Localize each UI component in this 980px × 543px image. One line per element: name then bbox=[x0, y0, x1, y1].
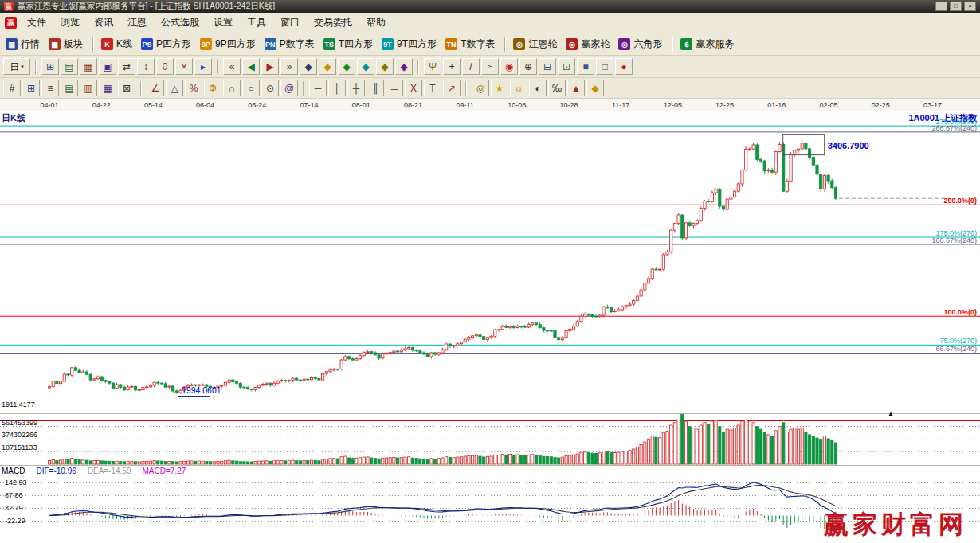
period-day-button[interactable]: 日▾ bbox=[3, 58, 30, 75]
star-tool-icon[interactable]: ★ bbox=[491, 80, 508, 96]
measure-grid-icon[interactable]: # bbox=[3, 80, 21, 96]
winner-service-icon: $ bbox=[680, 38, 692, 50]
macd-axis-label: 32.79 bbox=[5, 504, 23, 512]
gann-fan-icon[interactable]: ∠ bbox=[147, 80, 164, 96]
t-square-button[interactable]: TST四方形 bbox=[321, 36, 378, 53]
menu-browse[interactable]: 浏览 bbox=[53, 13, 87, 33]
menu-trade[interactable]: 交易委托 bbox=[307, 13, 359, 33]
circle-cycle-icon[interactable]: ○ bbox=[242, 80, 260, 96]
trend-line-icon[interactable]: / bbox=[462, 58, 480, 75]
kline-button[interactable]: KK线 bbox=[99, 36, 137, 53]
last-screen-icon[interactable]: » bbox=[280, 58, 298, 75]
date-label: 01-16 bbox=[764, 101, 790, 109]
winner-wheel-button[interactable]: ◎赢家轮 bbox=[563, 36, 614, 53]
chart-area[interactable]: 日K线 1A0001 上证指数 1911.4177 3406.7900 1994… bbox=[0, 111, 980, 543]
menu-help[interactable]: 帮助 bbox=[359, 13, 393, 33]
arc-tool-icon[interactable]: ∩ bbox=[223, 80, 241, 96]
p-square-button[interactable]: PSP四方形 bbox=[139, 36, 196, 53]
spiral-icon[interactable]: @ bbox=[280, 80, 298, 96]
angle-line-icon[interactable]: △ bbox=[166, 80, 183, 96]
menu-tools[interactable]: 工具 bbox=[240, 13, 273, 33]
diamond-tool-icon[interactable]: ◆ bbox=[586, 80, 604, 96]
date-label: 04-22 bbox=[88, 101, 114, 109]
x-line-icon[interactable]: X bbox=[405, 80, 422, 96]
print-icon[interactable]: □ bbox=[596, 58, 613, 75]
gann-wheel-button[interactable]: ◎江恩轮 bbox=[511, 36, 562, 53]
erase-object-icon[interactable]: × bbox=[175, 58, 193, 75]
quote-list-icon[interactable]: ▤ bbox=[61, 58, 78, 75]
chart-canvas[interactable] bbox=[0, 111, 980, 543]
permille-icon[interactable]: ‰ bbox=[548, 80, 566, 96]
quotes-button[interactable]: ▤行情 bbox=[3, 36, 45, 53]
arrow-mark-icon[interactable]: ↗ bbox=[443, 80, 461, 96]
market-cart-icon[interactable]: ● bbox=[615, 58, 633, 75]
toolbar-separator bbox=[504, 37, 506, 52]
cycle-wheel-icon[interactable]: ◎ bbox=[472, 80, 489, 96]
region-select-icon[interactable]: ⊠ bbox=[118, 80, 135, 96]
next-screen-icon[interactable]: ▶ bbox=[261, 58, 279, 75]
price-table-icon[interactable]: ▤ bbox=[61, 80, 78, 96]
zero-restore-icon[interactable]: 0 bbox=[156, 58, 174, 75]
t-number-button[interactable]: TNT数字表 bbox=[443, 36, 500, 53]
gann-square-icon[interactable]: ⊞ bbox=[22, 80, 40, 96]
menu-settings[interactable]: 设置 bbox=[206, 13, 240, 33]
sun-cycle-icon[interactable]: ☼ bbox=[510, 80, 527, 96]
p-number-button[interactable]: PNP数字表 bbox=[262, 36, 319, 53]
moon-phase-icon[interactable]: ◐ bbox=[529, 80, 547, 96]
9t-square-button[interactable]: 9T9T四方形 bbox=[379, 36, 441, 53]
diamond-nav-purple-icon[interactable]: ◆ bbox=[395, 58, 413, 75]
minimize-button[interactable]: ─ bbox=[935, 2, 947, 11]
gann-wheel-icon: ◎ bbox=[513, 38, 525, 50]
axis-scale-icon[interactable]: ↕ bbox=[137, 58, 155, 75]
winner-ring-icon[interactable]: ◉ bbox=[500, 58, 518, 75]
gann-lines-icon[interactable]: ≡ bbox=[41, 80, 59, 96]
horizontal-line-icon[interactable]: ─ bbox=[309, 80, 327, 96]
triangle-tool-icon[interactable]: ▲ bbox=[567, 80, 585, 96]
diamond-nav-teal-icon[interactable]: ◆ bbox=[357, 58, 374, 75]
prev-screen-icon[interactable]: ◀ bbox=[242, 58, 260, 75]
text-note-icon[interactable]: T bbox=[424, 80, 441, 96]
target-rings-icon[interactable]: ⊙ bbox=[261, 80, 279, 96]
menu-gann[interactable]: 江恩 bbox=[120, 13, 154, 33]
menu-window[interactable]: 窗口 bbox=[273, 13, 307, 33]
diamond-nav-green-icon[interactable]: ◆ bbox=[338, 58, 355, 75]
grid-layout-icon[interactable]: ⊞ bbox=[41, 58, 59, 75]
first-screen-icon[interactable]: « bbox=[223, 58, 241, 75]
diamond-nav-dark-icon[interactable]: ◆ bbox=[300, 58, 317, 75]
menu-news[interactable]: 资讯 bbox=[87, 13, 120, 33]
percent-retrace-icon[interactable]: % bbox=[185, 80, 202, 96]
menu-formula-stock[interactable]: 公式选股 bbox=[154, 13, 206, 33]
dense-grid-icon[interactable]: ▦ bbox=[99, 80, 116, 96]
9p-square-button[interactable]: 9P9P四方形 bbox=[198, 36, 261, 53]
close-button[interactable]: × bbox=[964, 2, 976, 11]
cross-line-icon[interactable]: ┼ bbox=[347, 80, 365, 96]
pan-hand-icon[interactable]: Ψ bbox=[424, 58, 441, 75]
snapshot-icon[interactable]: ⊡ bbox=[558, 58, 575, 75]
date-label: 04-01 bbox=[37, 101, 62, 109]
parallel-line-icon[interactable]: ═ bbox=[386, 80, 403, 96]
switch-view-icon[interactable]: ⇄ bbox=[118, 58, 135, 75]
maximize-button[interactable]: □ bbox=[950, 2, 962, 11]
p-square-label: P四方形 bbox=[156, 37, 191, 51]
crosshair-icon[interactable]: + bbox=[443, 58, 461, 75]
peak-price-label: 3406.7900 bbox=[828, 141, 869, 150]
sectors-button[interactable]: ▦板块 bbox=[46, 36, 88, 53]
channel-line-icon[interactable]: ║ bbox=[367, 80, 384, 96]
flag-marker-icon[interactable]: ▸ bbox=[194, 58, 212, 75]
winner-service-button[interactable]: $赢家服务 bbox=[678, 36, 739, 53]
save-icon[interactable]: ■ bbox=[577, 58, 594, 75]
golden-section-icon[interactable]: Φ bbox=[204, 80, 221, 96]
diamond-nav-olive-icon[interactable]: ◆ bbox=[376, 58, 394, 75]
menu-file[interactable]: 文件 bbox=[20, 13, 53, 33]
wave-line-icon[interactable]: ≈ bbox=[481, 58, 499, 75]
level-label: 75.0%(270) bbox=[939, 337, 977, 345]
time-table-icon[interactable]: ▥ bbox=[80, 80, 97, 96]
calendar-icon[interactable]: ⊟ bbox=[539, 58, 556, 75]
gann-compass-icon[interactable]: ⊕ bbox=[519, 58, 537, 75]
toolbar-separator bbox=[417, 60, 419, 74]
vertical-line-icon[interactable]: │ bbox=[328, 80, 346, 96]
chart-window-icon[interactable]: ▣ bbox=[99, 58, 116, 75]
board-monitor-icon[interactable]: ▦ bbox=[80, 58, 97, 75]
diamond-nav-gold-icon[interactable]: ◆ bbox=[319, 58, 336, 75]
hexagon-button[interactable]: ◎六角形 bbox=[616, 36, 667, 53]
